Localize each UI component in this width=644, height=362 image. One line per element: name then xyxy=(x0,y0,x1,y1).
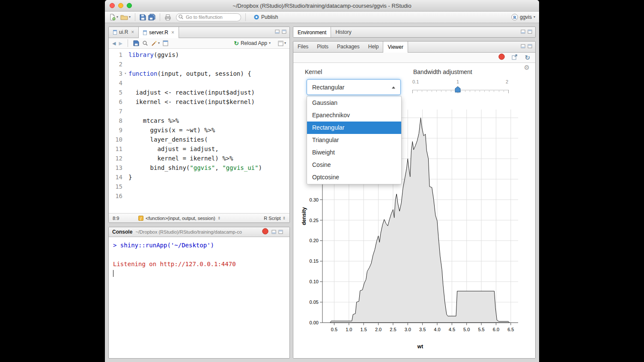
code-line[interactable]: 12 kernel = ikernel) %>% xyxy=(109,154,289,163)
tab-help[interactable]: Help xyxy=(364,42,383,52)
console-line-message: Listening on http://127.0.0.1:4470 xyxy=(113,259,286,269)
svg-text:6.5: 6.5 xyxy=(507,327,514,332)
option-triangular[interactable]: Triangular xyxy=(307,134,401,146)
option-gaussian[interactable]: Gaussian xyxy=(307,97,401,109)
file-type-selector[interactable]: R Script ⇕ xyxy=(264,216,286,221)
code-tools-button[interactable]: ▾ xyxy=(151,40,160,46)
environment-pane-controls xyxy=(521,27,535,34)
tab-files[interactable]: Files xyxy=(293,42,313,52)
code-line[interactable]: 15 xyxy=(109,182,289,191)
code-text: } xyxy=(128,172,132,182)
slider-handle[interactable] xyxy=(455,86,461,95)
code-line[interactable]: 16 xyxy=(109,191,289,201)
magic-wand-icon xyxy=(151,40,157,46)
minimize-pane-icon[interactable] xyxy=(271,230,276,234)
option-cosine[interactable]: Cosine xyxy=(307,159,401,171)
console-tab[interactable]: Console xyxy=(112,229,132,235)
kernel-select[interactable]: Rectangular xyxy=(307,79,401,95)
fold-gutter xyxy=(122,50,128,59)
forward-icon[interactable]: ▶ xyxy=(119,41,122,46)
print-button[interactable] xyxy=(164,14,171,21)
open-in-new-window-button[interactable] xyxy=(512,54,518,62)
tab-history[interactable]: History xyxy=(331,27,355,38)
gear-icon[interactable]: ⚙ xyxy=(524,64,530,71)
tab-server.r[interactable]: server.R× xyxy=(138,27,179,38)
scope-selector[interactable]: f <function>(input, output, session) ⇕ xyxy=(138,216,221,221)
maximize-pane-icon[interactable] xyxy=(282,30,286,34)
maximize-pane-icon[interactable] xyxy=(528,30,532,34)
reload-app-button[interactable]: ↻ Reload App ▾ xyxy=(234,40,271,46)
option-epanechnikov[interactable]: Epanechnikov xyxy=(307,109,401,122)
minimize-pane-icon[interactable] xyxy=(521,44,525,48)
publish-button[interactable]: Publish xyxy=(253,14,278,20)
source-menu-button[interactable]: ▾ xyxy=(278,41,286,46)
maximize-pane-icon[interactable] xyxy=(278,230,283,234)
back-icon[interactable]: ◀ xyxy=(112,41,116,46)
kernel-select-value: Rectangular xyxy=(312,84,345,91)
minimize-pane-icon[interactable] xyxy=(521,30,525,34)
toolbar-separator xyxy=(160,13,160,21)
stop-icon xyxy=(498,53,505,60)
close-window-button[interactable] xyxy=(110,3,115,8)
svg-text:2.0: 2.0 xyxy=(375,327,382,332)
code-line[interactable]: 9 ggvis(x = ~wt) %>% xyxy=(109,125,289,135)
project-menu[interactable]: R ggvis ▾ xyxy=(511,14,535,21)
compile-report-button[interactable] xyxy=(163,40,168,46)
open-file-button[interactable]: ▾ xyxy=(120,14,131,21)
code-line[interactable]: 11 adjust = iadjust, xyxy=(109,144,289,154)
code-line[interactable]: 10 layer_densities( xyxy=(109,135,289,144)
file-icon xyxy=(113,30,117,35)
save-button[interactable] xyxy=(140,14,146,21)
refresh-icon[interactable]: ↻ xyxy=(525,54,530,61)
code-line[interactable]: 4 xyxy=(109,78,289,88)
toolbar-separator xyxy=(245,13,246,21)
code-text: bind_shiny("ggvis", "ggvis_ui") xyxy=(128,163,262,172)
code-editor[interactable]: 1library(ggvis)23▾function(input, output… xyxy=(109,49,289,213)
tab-viewer[interactable]: Viewer xyxy=(383,42,408,53)
zoom-window-button[interactable] xyxy=(127,3,132,8)
line-number: 9 xyxy=(109,125,122,135)
code-line[interactable]: 1library(ggvis) xyxy=(109,50,289,59)
close-tab-icon[interactable]: × xyxy=(171,27,174,38)
goto-file-input[interactable] xyxy=(176,13,241,21)
tab-plots[interactable]: Plots xyxy=(313,42,333,52)
code-line[interactable]: 13 bind_shiny("ggvis", "ggvis_ui") xyxy=(109,163,289,172)
chevron-down-icon[interactable]: ▾ xyxy=(269,42,271,45)
code-line[interactable]: 7 xyxy=(109,107,289,116)
code-line[interactable]: 8 mtcars %>% xyxy=(109,116,289,125)
fold-gutter xyxy=(122,172,128,182)
minimize-pane-icon[interactable] xyxy=(275,30,280,34)
new-file-button[interactable]: ▾ xyxy=(109,14,118,21)
line-number: 1 xyxy=(109,50,122,59)
tab-ui.r[interactable]: ui.R× xyxy=(109,27,138,38)
svg-text:3.0: 3.0 xyxy=(405,327,411,332)
fold-icon[interactable]: ▾ xyxy=(122,69,128,78)
option-rectangular[interactable]: Rectangular xyxy=(307,122,401,134)
console-output[interactable]: > shiny::runApp('~/Desktop')Listening on… xyxy=(109,237,289,279)
option-biweight[interactable]: Biweight xyxy=(307,146,401,159)
tab-environment[interactable]: Environment xyxy=(293,27,331,38)
stop-app-button[interactable] xyxy=(498,53,505,62)
bandwidth-slider[interactable]: 0.1 1 2 xyxy=(412,78,508,97)
interrupt-button[interactable] xyxy=(262,228,268,236)
maximize-pane-icon[interactable] xyxy=(528,44,532,48)
minimize-window-button[interactable] xyxy=(118,3,123,8)
save-icon[interactable] xyxy=(133,40,139,46)
svg-text:wt: wt xyxy=(417,344,423,350)
svg-text:2.5: 2.5 xyxy=(390,327,396,332)
save-all-button[interactable] xyxy=(148,14,155,21)
code-line[interactable]: 14} xyxy=(109,172,289,182)
code-line[interactable]: 5 iadjust <- reactive(input$adjust) xyxy=(109,88,289,97)
close-tab-icon[interactable]: × xyxy=(131,27,134,38)
find-replace-button[interactable] xyxy=(142,40,148,46)
svg-text:5.5: 5.5 xyxy=(478,327,484,332)
viewer-pane-controls xyxy=(521,42,535,48)
bandwidth-label: Bandwidth adjustment xyxy=(413,68,472,75)
code-line[interactable]: 2 xyxy=(109,59,289,69)
chevron-down-icon[interactable]: ▾ xyxy=(129,15,131,19)
tab-packages[interactable]: Packages xyxy=(333,42,364,52)
code-line[interactable]: 3▾function(input, output, session) { xyxy=(109,69,289,78)
chevron-down-icon[interactable]: ▾ xyxy=(116,15,118,19)
option-optcosine[interactable]: Optcosine xyxy=(307,171,401,184)
code-line[interactable]: 6 ikernel <- reactive(input$kernel) xyxy=(109,97,289,107)
